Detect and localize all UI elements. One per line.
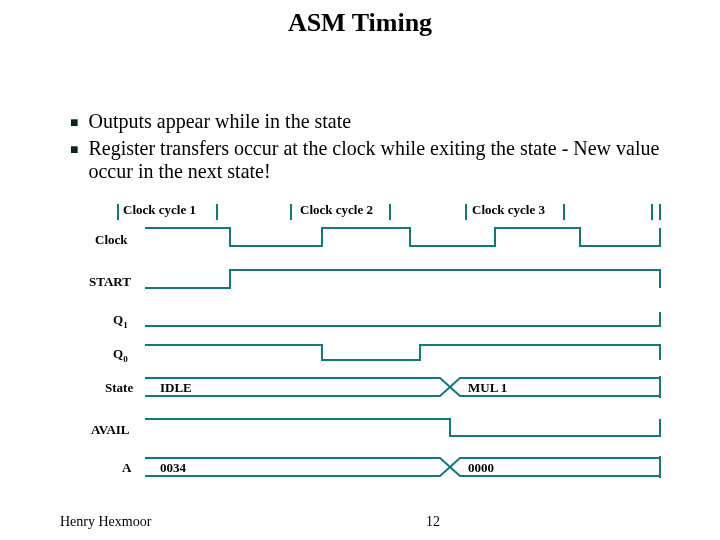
bullet-item: ■ Register transfers occur at the clock … (70, 137, 680, 183)
page-title: ASM Timing (0, 0, 720, 38)
footer-author: Henry Hexmoor (60, 514, 151, 530)
cycle-ticks (0, 202, 720, 222)
state-value-mul1: MUL 1 (468, 380, 507, 396)
state-waveform (0, 374, 720, 400)
bullet-icon: ■ (70, 115, 78, 131)
a-value-1: 0034 (160, 460, 186, 476)
state-value-idle: IDLE (160, 380, 192, 396)
bullet-text: Outputs appear while in the state (88, 110, 351, 133)
bullet-list: ■ Outputs appear while in the state ■ Re… (70, 110, 680, 187)
footer-page-number: 12 (426, 514, 440, 530)
avail-waveform (0, 414, 720, 440)
bullet-icon: ■ (70, 142, 78, 158)
bullet-item: ■ Outputs appear while in the state (70, 110, 680, 133)
a-waveform (0, 454, 720, 480)
clock-waveform (0, 224, 720, 250)
q1-waveform (0, 310, 720, 330)
start-waveform (0, 266, 720, 292)
bullet-text: Register transfers occur at the clock wh… (88, 137, 680, 183)
q0-waveform (0, 340, 720, 364)
a-value-2: 0000 (468, 460, 494, 476)
